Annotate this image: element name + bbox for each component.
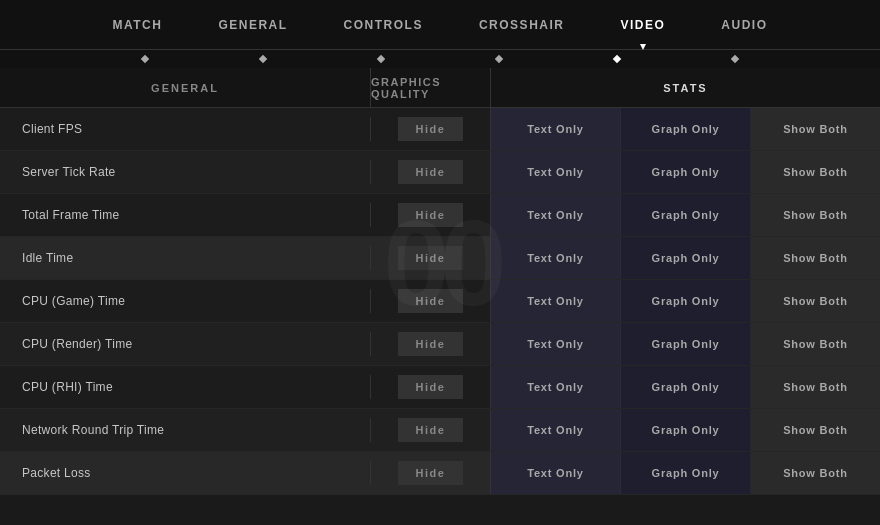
cell-hide-total-frame: Hide: [370, 203, 490, 227]
table-row: Client FPS Hide Text Only Graph Only Sho…: [0, 108, 880, 151]
cell-stats-idle-time: Text Only Graph Only Show Both: [490, 237, 880, 279]
table-row: CPU (Game) Time Hide Text Only Graph Onl…: [0, 280, 880, 323]
table-row: CPU (Render) Time Hide Text Only Graph O…: [0, 323, 880, 366]
nav-dot-match: [141, 55, 149, 63]
column-headers: GENERAL GRAPHICS QUALITY STATS: [0, 68, 880, 108]
hide-button-idle-time[interactable]: Hide: [398, 246, 464, 270]
cell-stats-client-fps: Text Only Graph Only Show Both: [490, 108, 880, 150]
nav-video[interactable]: VIDEO: [592, 0, 693, 49]
cell-stats-server-tick: Text Only Graph Only Show Both: [490, 151, 880, 193]
row-label-cpu-render: CPU (Render) Time: [0, 337, 370, 351]
data-table: Client FPS Hide Text Only Graph Only Sho…: [0, 108, 880, 495]
hide-button-total-frame[interactable]: Hide: [398, 203, 464, 227]
nav-match[interactable]: MATCH: [85, 0, 191, 49]
text-only-idle-time[interactable]: Text Only: [491, 237, 621, 279]
cell-stats-cpu-rhi: Text Only Graph Only Show Both: [490, 366, 880, 408]
hide-button-cpu-render[interactable]: Hide: [398, 332, 464, 356]
show-both-cpu-game[interactable]: Show Both: [751, 280, 880, 322]
hide-button-server-tick[interactable]: Hide: [398, 160, 464, 184]
graph-only-cpu-render[interactable]: Graph Only: [621, 323, 751, 365]
text-only-packet-loss[interactable]: Text Only: [491, 452, 621, 494]
cell-stats-cpu-render: Text Only Graph Only Show Both: [490, 323, 880, 365]
table-row: Total Frame Time Hide Text Only Graph On…: [0, 194, 880, 237]
show-both-packet-loss[interactable]: Show Both: [751, 452, 880, 494]
cell-hide-cpu-render: Hide: [370, 332, 490, 356]
hide-button-network-rtt[interactable]: Hide: [398, 418, 464, 442]
table-row: Network Round Trip Time Hide Text Only G…: [0, 409, 880, 452]
show-both-client-fps[interactable]: Show Both: [751, 108, 880, 150]
row-label-network-rtt: Network Round Trip Time: [0, 423, 370, 437]
nav-dot-video: [613, 55, 621, 63]
row-label-total-frame: Total Frame Time: [0, 208, 370, 222]
text-only-cpu-game[interactable]: Text Only: [491, 280, 621, 322]
cell-hide-client-fps: Hide: [370, 117, 490, 141]
graph-only-idle-time[interactable]: Graph Only: [621, 237, 751, 279]
graph-only-client-fps[interactable]: Graph Only: [621, 108, 751, 150]
graph-only-server-tick[interactable]: Graph Only: [621, 151, 751, 193]
graph-only-packet-loss[interactable]: Graph Only: [621, 452, 751, 494]
graph-only-cpu-rhi[interactable]: Graph Only: [621, 366, 751, 408]
table-row: Server Tick Rate Hide Text Only Graph On…: [0, 151, 880, 194]
table-row: Packet Loss Hide Text Only Graph Only Sh…: [0, 452, 880, 495]
row-label-cpu-game: CPU (Game) Time: [0, 294, 370, 308]
nav-dot-general: [259, 55, 267, 63]
show-both-server-tick[interactable]: Show Both: [751, 151, 880, 193]
header-general: GENERAL: [0, 68, 370, 107]
row-label-client-fps: Client FPS: [0, 122, 370, 136]
cell-hide-cpu-game: Hide: [370, 289, 490, 313]
table-row: Idle Time Hide Text Only Graph Only Show…: [0, 237, 880, 280]
text-only-client-fps[interactable]: Text Only: [491, 108, 621, 150]
row-label-cpu-rhi: CPU (RHI) Time: [0, 380, 370, 394]
nav-general[interactable]: GENERAL: [190, 0, 315, 49]
hide-button-packet-loss[interactable]: Hide: [398, 461, 464, 485]
show-both-total-frame[interactable]: Show Both: [751, 194, 880, 236]
nav-dots: [0, 50, 880, 68]
graph-only-total-frame[interactable]: Graph Only: [621, 194, 751, 236]
cell-stats-network-rtt: Text Only Graph Only Show Both: [490, 409, 880, 451]
cell-hide-cpu-rhi: Hide: [370, 375, 490, 399]
cell-hide-packet-loss: Hide: [370, 461, 490, 485]
cell-hide-network-rtt: Hide: [370, 418, 490, 442]
header-graphics: GRAPHICS QUALITY: [370, 68, 490, 107]
cell-hide-idle-time: Hide: [370, 246, 490, 270]
show-both-idle-time[interactable]: Show Both: [751, 237, 880, 279]
nav-audio[interactable]: AUDIO: [693, 0, 795, 49]
text-only-server-tick[interactable]: Text Only: [491, 151, 621, 193]
cell-stats-total-frame: Text Only Graph Only Show Both: [490, 194, 880, 236]
header-stats: STATS: [490, 68, 880, 107]
nav-crosshair[interactable]: CROSSHAIR: [451, 0, 593, 49]
show-both-network-rtt[interactable]: Show Both: [751, 409, 880, 451]
table-row: CPU (RHI) Time Hide Text Only Graph Only…: [0, 366, 880, 409]
hide-button-cpu-rhi[interactable]: Hide: [398, 375, 464, 399]
nav-dot-crosshair: [495, 55, 503, 63]
top-nav: MATCH GENERAL CONTROLS CROSSHAIR VIDEO A…: [0, 0, 880, 50]
nav-dot-controls: [377, 55, 385, 63]
graph-only-cpu-game[interactable]: Graph Only: [621, 280, 751, 322]
text-only-cpu-render[interactable]: Text Only: [491, 323, 621, 365]
row-label-idle-time: Idle Time: [0, 251, 370, 265]
text-only-total-frame[interactable]: Text Only: [491, 194, 621, 236]
graph-only-network-rtt[interactable]: Graph Only: [621, 409, 751, 451]
cell-stats-cpu-game: Text Only Graph Only Show Both: [490, 280, 880, 322]
nav-controls[interactable]: CONTROLS: [316, 0, 451, 49]
text-only-network-rtt[interactable]: Text Only: [491, 409, 621, 451]
show-both-cpu-rhi[interactable]: Show Both: [751, 366, 880, 408]
cell-hide-server-tick: Hide: [370, 160, 490, 184]
hide-button-cpu-game[interactable]: Hide: [398, 289, 464, 313]
row-label-server-tick: Server Tick Rate: [0, 165, 370, 179]
hide-button-client-fps[interactable]: Hide: [398, 117, 464, 141]
text-only-cpu-rhi[interactable]: Text Only: [491, 366, 621, 408]
row-label-packet-loss: Packet Loss: [0, 466, 370, 480]
nav-dot-audio: [731, 55, 739, 63]
cell-stats-packet-loss: Text Only Graph Only Show Both: [490, 452, 880, 494]
show-both-cpu-render[interactable]: Show Both: [751, 323, 880, 365]
